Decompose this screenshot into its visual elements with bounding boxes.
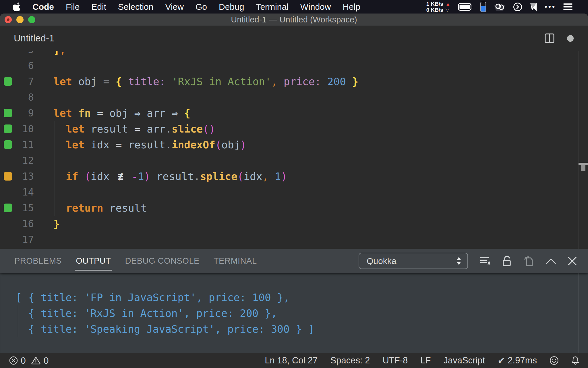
volume-indicator-icon[interactable] — [480, 2, 486, 12]
code-line-13[interactable]: 13 if (idx ≢ -1) result.splice(idx, 1) — [0, 168, 588, 184]
unlock-scroll-icon[interactable] — [502, 256, 512, 267]
quokka-coverage-marker-green[interactable] — [4, 140, 12, 149]
quokka-coverage-marker-green[interactable] — [4, 77, 12, 86]
clear-output-icon[interactable] — [480, 256, 490, 266]
code-text: let idx = result.indexOf(obj) — [34, 137, 246, 153]
eol-setting[interactable]: LF — [420, 355, 431, 366]
line-number: 11 — [16, 137, 34, 153]
gutter — [0, 200, 16, 216]
zoom-window-button[interactable] — [28, 16, 35, 23]
tab-untitled-1[interactable]: Untitled-1 — [14, 33, 54, 44]
menu-file[interactable]: File — [66, 2, 80, 12]
menu-help[interactable]: Help — [343, 2, 360, 12]
quokka-coverage-marker-amber[interactable] — [4, 172, 12, 181]
code-line-11[interactable]: 11 let idx = result.indexOf(obj) — [0, 137, 588, 153]
sync-rings-icon[interactable] — [494, 2, 506, 12]
split-editor-icon[interactable] — [545, 33, 554, 43]
gutter — [0, 89, 16, 105]
code-line-5[interactable]: 5], — [0, 51, 588, 58]
line-number: 15 — [16, 200, 34, 216]
menu-items: CodeFileEditSelectionViewGoDebugTerminal… — [32, 2, 360, 12]
check-icon: ✔ — [498, 356, 505, 366]
cursor-position[interactable]: Ln 18, Col 27 — [265, 355, 318, 366]
code-line-8[interactable]: 8 — [0, 89, 588, 105]
maximize-panel-icon[interactable] — [546, 258, 556, 264]
line-number: 17 — [16, 232, 34, 248]
battery-icon[interactable] — [458, 3, 473, 11]
menu-edit[interactable]: Edit — [91, 2, 106, 12]
window-title-bar[interactable]: Untitled-1 — Untitled (Workspace) — [0, 14, 588, 26]
code-editor[interactable]: 5],67let obj = { title: 'RxJS in Action'… — [0, 51, 588, 249]
code-text: if (idx ≢ -1) result.splice(idx, 1) — [34, 168, 287, 184]
feedback-smiley-icon[interactable] — [550, 356, 559, 365]
tab-debug-console[interactable]: DEBUG CONSOLE — [125, 249, 200, 273]
clock-app-icon[interactable] — [513, 2, 522, 12]
quokka-coverage-marker-green[interactable] — [4, 124, 12, 133]
line-number: 5 — [16, 51, 34, 58]
status-bar: 0 0 Ln 18, Col 27 Spaces: 2 UTF-8 LF — [0, 353, 588, 368]
code-line-6[interactable]: 6 — [0, 58, 588, 74]
apple-icon[interactable] — [13, 2, 21, 11]
line-number: 9 — [16, 105, 34, 121]
more-dots-icon[interactable]: ••• — [545, 2, 556, 11]
tab-problems[interactable]: PROBLEMS — [14, 249, 62, 273]
quokka-coverage-marker-green[interactable] — [4, 204, 12, 212]
code-line-17[interactable]: 17 — [0, 232, 588, 248]
tab-output[interactable]: OUTPUT — [76, 249, 111, 273]
code-line-10[interactable]: 10 let result = arr.slice() — [0, 121, 588, 137]
output-panel[interactable]: [ { title: 'FP in JavaScript', price: 10… — [0, 273, 588, 353]
gutter — [0, 153, 16, 168]
quokka-coverage-marker-green[interactable] — [4, 109, 12, 117]
errors-icon — [9, 356, 18, 365]
menu-debug[interactable]: Debug — [219, 2, 244, 12]
menu-terminal[interactable]: Terminal — [256, 2, 288, 12]
problems-status[interactable]: 0 0 — [9, 355, 49, 366]
tab-terminal[interactable]: TERMINAL — [214, 249, 257, 273]
window-title: Untitled-1 — Untitled (Workspace) — [231, 15, 357, 24]
gutter — [0, 216, 16, 232]
scrollbar-marker[interactable] — [579, 163, 588, 165]
menu-window[interactable]: Window — [300, 2, 331, 12]
code-line-15[interactable]: 15 return result — [0, 200, 588, 216]
menu-view[interactable]: View — [165, 2, 183, 12]
scrollbar-slider[interactable] — [581, 165, 585, 171]
macos-menu-bar: CodeFileEditSelectionViewGoDebugTerminal… — [0, 0, 588, 14]
panel-header: PROBLEMS OUTPUT DEBUG CONSOLE TERMINAL Q… — [0, 249, 588, 273]
unsaved-changes-indicator — [567, 35, 574, 42]
hamburger-menu-icon[interactable] — [563, 3, 572, 11]
code-text: let obj = { title: 'RxJS in Action', pri… — [34, 74, 358, 89]
gutter — [0, 105, 16, 121]
open-log-file-icon[interactable] — [524, 256, 534, 267]
language-mode[interactable]: JavaScript — [443, 355, 485, 366]
code-line-16[interactable]: 16} — [0, 216, 588, 232]
code-line-14[interactable]: 14 — [0, 184, 588, 200]
line-number: 16 — [16, 216, 34, 232]
encoding-setting[interactable]: UTF-8 — [382, 355, 408, 366]
output-channel-select[interactable]: Quokka — [359, 253, 468, 269]
traffic-lights — [5, 14, 35, 26]
editor-actions — [545, 26, 588, 51]
code-text — [34, 153, 53, 168]
close-panel-icon[interactable] — [568, 257, 577, 265]
net-down-speed: 0 KB/s — [426, 7, 443, 13]
output-line: { title: 'Speaking JavaScript', price: 3… — [0, 321, 588, 337]
notifications-bell-icon[interactable] — [571, 356, 579, 365]
menu-selection[interactable]: Selection — [118, 2, 153, 12]
indentation-setting[interactable]: Spaces: 2 — [330, 355, 370, 366]
menu-go[interactable]: Go — [196, 2, 207, 12]
code-lines: 5],67let obj = { title: 'RxJS in Action'… — [0, 51, 588, 248]
code-line-7[interactable]: 7let obj = { title: 'RxJS in Action', pr… — [0, 74, 588, 89]
line-number: 12 — [16, 153, 34, 168]
minimize-window-button[interactable] — [16, 16, 24, 23]
code-line-12[interactable]: 12 — [0, 153, 588, 168]
code-line-9[interactable]: 9let fn = obj ⇒ arr ⇒ { — [0, 105, 588, 121]
menu-code[interactable]: Code — [32, 2, 54, 12]
quokka-perf[interactable]: ✔ 2.97ms — [498, 355, 537, 366]
code-text: let fn = obj ⇒ arr ⇒ { — [34, 105, 190, 121]
code-text: ], — [34, 51, 66, 58]
close-window-button[interactable] — [5, 16, 12, 23]
network-speed-indicator[interactable]: 1 KB/s 0 KB/s ▲ ▽ — [426, 1, 450, 13]
flag-app-icon[interactable] — [530, 2, 537, 12]
screen: CodeFileEditSelectionViewGoDebugTerminal… — [0, 0, 588, 368]
code-text — [34, 58, 53, 74]
